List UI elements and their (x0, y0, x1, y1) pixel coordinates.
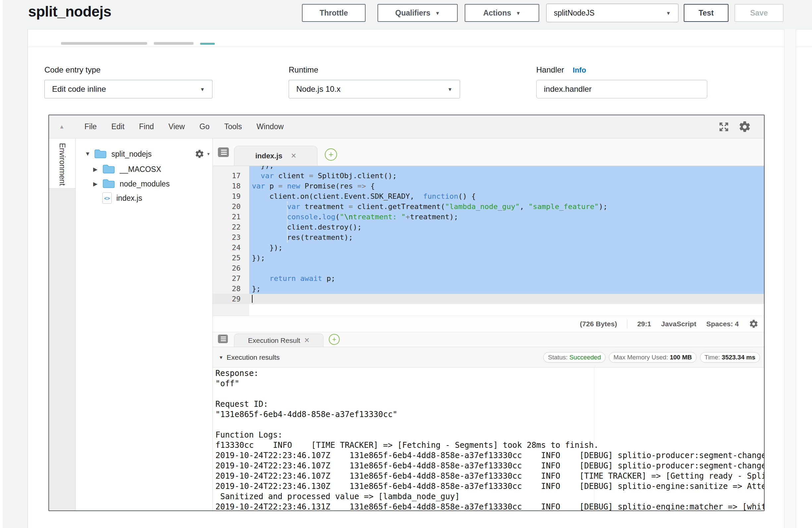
menu-view[interactable]: View (168, 122, 185, 131)
statusbar-settings-gear-icon[interactable] (749, 319, 759, 329)
log-line: "off" (215, 379, 764, 389)
code-line-20[interactable]: 20 var treatment = client.getTreatment("… (213, 201, 764, 212)
editor-settings-gear-icon[interactable] (738, 120, 751, 133)
new-tab-button[interactable]: + (325, 148, 337, 161)
close-icon[interactable]: × (304, 336, 309, 345)
tab-list-icon[interactable] (217, 334, 228, 343)
environment-tab[interactable]: Environment (58, 143, 67, 186)
code-editor: ▲ FileEditFindViewGoToolsWindow Environm… (48, 115, 765, 511)
caret-down-icon: ▼ (206, 152, 211, 156)
close-icon[interactable]: × (291, 151, 296, 160)
exec-badges: Status: SucceededMax Memory Used: 100 MB… (543, 352, 760, 363)
code-text: var client = SplitObj.client(); (249, 171, 764, 181)
code-entry-type-select[interactable]: Edit code inline ▼ (44, 80, 213, 98)
clipped-header-sliver (28, 29, 812, 47)
indentation-setting[interactable]: Spaces: 4 (706, 320, 739, 328)
qualifiers-button[interactable]: Qualifiers ▼ (377, 4, 458, 22)
execution-tabbar: Execution Result × + (213, 332, 764, 347)
save-label: Save (750, 9, 768, 17)
tree-settings-button[interactable]: ▼ (194, 149, 211, 159)
code-line-29[interactable]: 29 (213, 294, 764, 304)
handler-info-link[interactable]: Info (573, 66, 586, 74)
tree-item-split_nodejs[interactable]: ▼split_nodejs▼ (75, 147, 211, 161)
save-button[interactable]: Save (735, 4, 783, 22)
badge-maxmemoryused: Max Memory Used: 100 MB (609, 352, 697, 363)
clipped-text-fragment (61, 42, 147, 45)
code-lines: });17 var client = SplitObj.client();18v… (213, 166, 764, 304)
code-text: client.on(client.Event.SDK_READY, functi… (249, 191, 764, 201)
code-line-23[interactable]: 23 res(treatment); (213, 232, 764, 243)
code-line-clipped[interactable]: }); (213, 166, 764, 171)
code-line-21[interactable]: 21 console.log("\ntreatment: "+treatment… (213, 212, 764, 222)
menu-go[interactable]: Go (200, 122, 210, 131)
new-tab-button[interactable]: + (329, 334, 340, 345)
tab-list-icon[interactable] (217, 147, 229, 157)
execution-log-area[interactable]: Response:"off"Request ID:"131e865f-6eb4-… (213, 368, 764, 511)
plus-icon: + (332, 335, 336, 344)
menu-file[interactable]: File (85, 122, 97, 131)
tree-item-index.js[interactable]: <>index.js (75, 191, 211, 205)
line-number: 22 (213, 222, 249, 232)
tree-item-label: __MACOSX (120, 165, 161, 174)
code-line-19[interactable]: 19 client.on(client.Event.SDK_READY, fun… (213, 191, 764, 201)
tab-index-js-label: index.js (255, 152, 282, 160)
file-size: (726 Bytes) (580, 320, 617, 328)
caret-right-icon[interactable]: ▶ (93, 166, 102, 173)
log-line: 2019-10-24T22:23:46.131Z 131e865f-6eb4-4… (215, 502, 764, 511)
code-area[interactable]: });17 var client = SplitObj.client();18v… (213, 166, 764, 316)
menu-edit[interactable]: Edit (111, 122, 125, 131)
test-label: Test (699, 9, 714, 17)
code-line-22[interactable]: 22 client.destroy(); (213, 222, 764, 232)
code-line-24[interactable]: 24 }); (213, 243, 764, 253)
qualifiers-label: Qualifiers (395, 9, 431, 17)
chevron-down-icon: ▼ (200, 86, 205, 92)
language-mode[interactable]: JavaScript (661, 320, 696, 328)
line-number: 21 (213, 212, 249, 222)
code-text: var p = new Promise(res => { (249, 181, 764, 191)
page-scrollbar[interactable] (784, 29, 796, 528)
tree-item-node_modules[interactable]: ▶node_modules (75, 177, 211, 191)
indent-guide (287, 201, 288, 243)
throttle-button[interactable]: Throttle (302, 4, 365, 22)
function-code-card: Code entry type Edit code inline ▼ Runti… (28, 29, 812, 528)
line-number: 26 (213, 263, 249, 273)
code-line-25[interactable]: 25}); (213, 253, 764, 263)
code-line-28[interactable]: 28}; (213, 283, 764, 294)
menu-find[interactable]: Find (139, 122, 154, 131)
fullscreen-icon[interactable] (718, 121, 729, 132)
tab-execution-result[interactable]: Execution Result × (234, 334, 323, 347)
cursor-position[interactable]: 29:1 (637, 320, 651, 328)
badge-time: Time: 3523.34 ms (700, 352, 760, 363)
line-number: 17 (213, 171, 249, 181)
folder-icon (102, 179, 115, 189)
editor-statusbar: (726 Bytes) 29:1 JavaScript Spaces: 4 (213, 316, 764, 332)
page-left-sliver (0, 0, 3, 528)
line-number: 29 (213, 294, 249, 304)
badge-label: Max Memory Used: (613, 354, 670, 361)
caret-down-icon: ▼ (219, 355, 223, 360)
collapse-editor-icon[interactable]: ▲ (59, 123, 64, 130)
actions-button[interactable]: Actions ▼ (465, 4, 539, 22)
menu-window[interactable]: Window (257, 122, 284, 131)
code-line-27[interactable]: 27 return await p; (213, 273, 764, 283)
code-line-17[interactable]: 17 var client = SplitObj.client(); (213, 171, 764, 181)
tab-index-js[interactable]: index.js × (234, 146, 318, 166)
file-tree[interactable]: ▼split_nodejs▼▶__MACOSX▶node_modules<>in… (75, 138, 213, 511)
test-button[interactable]: Test (684, 4, 728, 22)
test-event-select[interactable]: splitNodeJS ▼ (546, 4, 679, 22)
line-number: 27 (213, 273, 249, 283)
chevron-down-icon: ▼ (435, 10, 440, 16)
caret-down-icon[interactable]: ▼ (85, 151, 94, 157)
line-number: 23 (213, 232, 249, 243)
tree-item-__macosx[interactable]: ▶__MACOSX (75, 162, 211, 177)
handler-input[interactable]: index.handler (536, 80, 707, 98)
badge-value: 100 MB (670, 354, 692, 361)
caret-right-icon[interactable]: ▶ (93, 180, 102, 188)
menu-tools[interactable]: Tools (224, 122, 242, 131)
line-number: 24 (213, 243, 249, 253)
runtime-select[interactable]: Node.js 10.x ▼ (289, 80, 460, 98)
code-line-26[interactable]: 26 (213, 263, 764, 273)
execution-results-toggle[interactable]: ▼ Execution results (219, 353, 280, 362)
code-line-18[interactable]: 18var p = new Promise(res => { (213, 181, 764, 191)
tree-item-label: index.js (116, 194, 142, 203)
